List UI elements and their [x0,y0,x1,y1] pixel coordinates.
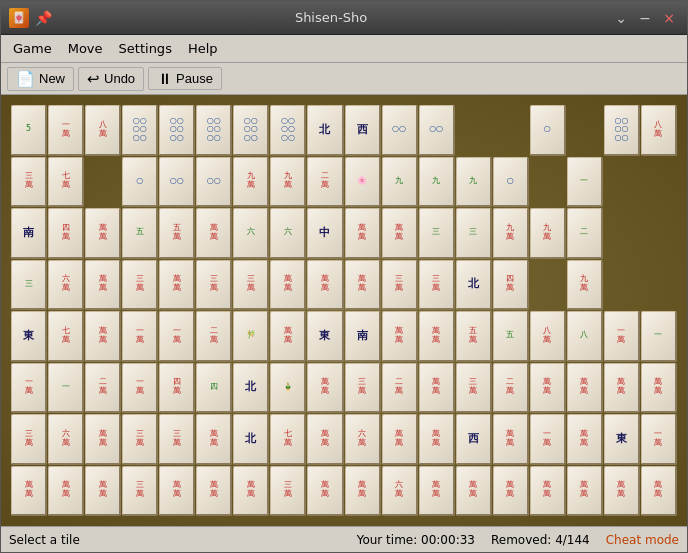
tile[interactable]: 四 萬 [48,208,84,259]
tile[interactable]: 萬 萬 [382,414,418,465]
tile[interactable]: 六 萬 [48,260,84,311]
tile[interactable]: 九 [419,157,455,208]
tile[interactable]: 南 [345,311,381,362]
tile[interactable]: 萬 萬 [85,466,121,517]
tile[interactable]: 八 萬 [530,311,566,362]
tile[interactable]: 九 萬 [530,208,566,259]
tile[interactable]: 萬 萬 [641,466,677,517]
tile[interactable]: ○○ ○○ ○○ [159,105,195,156]
tile[interactable]: 🎋 [233,311,269,362]
menu-help[interactable]: Help [180,38,226,59]
tile[interactable]: 5 [11,105,47,156]
tile[interactable]: 七 萬 [48,157,84,208]
tile[interactable]: 五 萬 [159,208,195,259]
tile[interactable]: 六 萬 [345,414,381,465]
tile[interactable]: 五 [493,311,529,362]
tile[interactable]: 萬 萬 [48,466,84,517]
tile[interactable]: 萬 萬 [196,414,232,465]
tile[interactable]: 六 [233,208,269,259]
tile[interactable]: 萬 萬 [11,466,47,517]
tile[interactable]: 西 [456,414,492,465]
tile[interactable]: 七 萬 [270,414,306,465]
tile[interactable]: ○○ ○○ ○○ [196,105,232,156]
tile[interactable]: 四 萬 [493,260,529,311]
tile[interactable]: 北 [233,414,269,465]
tile[interactable]: 東 [307,311,343,362]
tile[interactable]: 北 [233,363,269,414]
tile[interactable]: 三 萬 [456,363,492,414]
tile[interactable]: 萬 萬 [456,466,492,517]
tile[interactable]: 萬 萬 [159,260,195,311]
tile[interactable]: 中 [307,208,343,259]
tile[interactable]: 三 萬 [196,260,232,311]
tile[interactable]: 六 萬 [382,466,418,517]
tile[interactable]: 三 萬 [270,466,306,517]
tile[interactable]: 一 萬 [159,311,195,362]
tile[interactable]: 東 [604,414,640,465]
tile[interactable]: ○○ ○○ ○○ [233,105,269,156]
tile[interactable]: 四 萬 [159,363,195,414]
tile[interactable]: ○ [122,157,158,208]
tile[interactable]: ○○ [419,105,455,156]
tile[interactable]: 八 萬 [641,105,677,156]
tile[interactable]: ○○ [159,157,195,208]
tile[interactable]: 萬 萬 [85,208,121,259]
tile[interactable]: 萬 萬 [604,466,640,517]
tile[interactable]: 萬 萬 [307,414,343,465]
tile[interactable]: 九 萬 [233,157,269,208]
tile[interactable]: 五 [122,208,158,259]
tile[interactable]: 萬 萬 [382,311,418,362]
tile[interactable]: ○○ ○○ ○○ [604,105,640,156]
tile[interactable]: 萬 萬 [493,414,529,465]
tile[interactable]: 一 萬 [641,414,677,465]
tile[interactable]: ○ [530,105,566,156]
tile[interactable]: 八 萬 [85,105,121,156]
minimize-btn[interactable]: − [635,8,655,28]
tile[interactable]: 三 萬 [122,466,158,517]
tile[interactable]: 萬 萬 [567,363,603,414]
tile[interactable]: 八 [567,311,603,362]
cheat-mode-toggle[interactable]: Cheat mode [606,533,679,547]
tile[interactable]: 九 萬 [270,157,306,208]
tile[interactable]: 四 [196,363,232,414]
chevron-down-btn[interactable]: ⌄ [611,8,631,28]
tile[interactable]: 南 [11,208,47,259]
tile[interactable]: 二 萬 [382,363,418,414]
tile[interactable]: 三 萬 [233,260,269,311]
tile[interactable]: 萬 萬 [641,363,677,414]
tile[interactable]: 一 萬 [11,363,47,414]
tile[interactable]: 一 [48,363,84,414]
tile[interactable]: 萬 萬 [307,363,343,414]
tile[interactable]: 三 萬 [419,260,455,311]
tile[interactable]: 一 萬 [48,105,84,156]
tile[interactable]: 萬 萬 [270,260,306,311]
tile[interactable]: 北 [307,105,343,156]
tile[interactable]: 西 [345,105,381,156]
tile[interactable]: 三 [419,208,455,259]
undo-button[interactable]: ↩ Undo [78,67,144,91]
tile[interactable]: 七 萬 [48,311,84,362]
tile[interactable]: 萬 萬 [419,414,455,465]
tile[interactable]: 五 萬 [456,311,492,362]
tile[interactable]: 萬 萬 [159,466,195,517]
tile[interactable]: 萬 萬 [419,363,455,414]
tile[interactable]: 二 萬 [196,311,232,362]
tile[interactable]: 六 [270,208,306,259]
tile[interactable]: 萬 萬 [493,466,529,517]
tile[interactable]: 三 萬 [345,363,381,414]
tile[interactable]: 三 萬 [11,414,47,465]
tile[interactable]: 一 萬 [530,414,566,465]
tile[interactable]: 北 [456,260,492,311]
tile[interactable]: 九 萬 [567,260,603,311]
tile[interactable]: 萬 萬 [233,466,269,517]
tile[interactable]: 🎍 [270,363,306,414]
tile[interactable]: 六 萬 [48,414,84,465]
tile[interactable]: 萬 萬 [419,466,455,517]
close-btn[interactable]: × [659,8,679,28]
tile[interactable]: 二 [567,208,603,259]
tile[interactable]: 萬 萬 [345,208,381,259]
tile[interactable]: 🌸 [345,157,381,208]
tile[interactable]: 三 萬 [122,414,158,465]
tile[interactable]: 一 [641,311,677,362]
tile[interactable]: 萬 萬 [196,208,232,259]
